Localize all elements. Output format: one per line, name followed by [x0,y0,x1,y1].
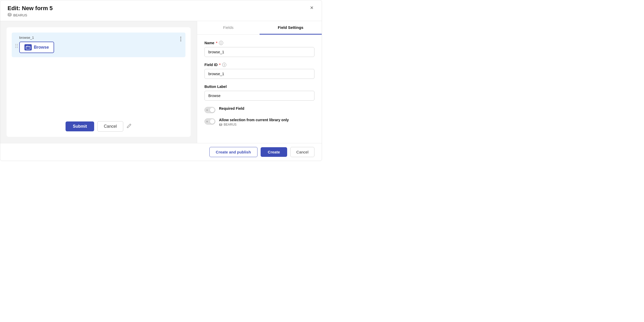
canvas-spacer [12,61,185,116]
tab-fields[interactable]: Fields [197,21,260,35]
field-content: browse_1 Browse [19,36,182,53]
allow-selection-label-group: Allow selection from current library onl… [219,118,289,126]
drag-handle[interactable] [14,43,19,49]
name-field-group: Name * i [204,41,314,57]
toggle-track-required: ✕ [204,107,215,113]
field-id-input[interactable] [204,69,314,79]
allow-selection-toggle[interactable]: ✕ [204,118,215,125]
svg-point-2 [220,123,222,124]
create-and-publish-button[interactable]: Create and publish [209,147,257,157]
header-subtitle: BEARUS [8,13,53,18]
settings-tabs: Fields Field Settings [197,21,322,35]
button-label-group: Button Label [204,85,314,101]
name-required-star: * [216,41,217,45]
form-preview-panel: browse_1 Browse [0,21,197,143]
button-label-label: Button Label [204,85,314,89]
field-id-group: Field ID * i [204,63,314,79]
name-input[interactable] [204,47,314,57]
svg-point-0 [8,13,11,15]
svg-rect-1 [26,46,30,49]
page-title: Edit: New form 5 [8,5,53,12]
allow-db-icon [219,123,222,126]
subtitle-text: BEARUS [13,13,27,17]
allow-selection-toggle-row: ✕ Allow selection from current library o… [204,118,314,126]
name-label: Name * i [204,41,314,45]
allow-selection-sublabel: BEARUS [219,123,289,126]
modal-footer: Create and publish Create Cancel [0,143,322,161]
modal: Edit: New form 5 BEARUS × [0,0,322,161]
modal-body: browse_1 Browse [0,21,322,143]
toggle-x-allow: ✕ [206,120,208,123]
field-options-button[interactable] [179,36,182,42]
required-field-label: Required Field [219,106,244,111]
edit-icon-button[interactable] [126,123,132,130]
browse-button[interactable]: Browse [19,42,54,53]
form-footer: Submit Cancel [12,116,185,132]
field-id-label: Field ID * i [204,63,314,67]
create-button[interactable]: Create [261,147,287,157]
toggle-thumb-required [210,108,215,112]
settings-panel: Fields Field Settings Name * i [197,21,322,143]
toggle-x-required: ✕ [206,109,208,112]
settings-content: Name * i Field ID * i [197,35,322,143]
field-id-info-icon[interactable]: i [222,63,226,67]
browse-field-row: browse_1 Browse [12,33,185,57]
cancel-button[interactable]: Cancel [290,147,314,157]
allow-selection-label: Allow selection from current library onl… [219,118,289,122]
header-left: Edit: New form 5 BEARUS [8,5,53,18]
name-info-icon[interactable]: i [219,41,223,45]
modal-header: Edit: New form 5 BEARUS × [0,0,322,21]
cancel-form-button[interactable]: Cancel [97,121,123,132]
toggle-track-allow: ✕ [204,118,215,125]
field-name-label: browse_1 [19,36,182,40]
tab-field-settings[interactable]: Field Settings [260,21,322,35]
required-field-label-group: Required Field [219,106,244,111]
browse-icon [24,44,32,50]
submit-button[interactable]: Submit [66,121,94,131]
form-canvas: browse_1 Browse [7,27,191,137]
browse-button-label: Browse [34,45,49,50]
db-icon [8,13,12,18]
field-id-required-star: * [219,63,221,67]
toggle-thumb-allow [210,119,215,124]
close-button[interactable]: × [309,5,314,11]
required-field-toggle-row: ✕ Required Field [204,106,314,113]
required-field-toggle[interactable]: ✕ [204,107,215,113]
button-label-input[interactable] [204,91,314,101]
